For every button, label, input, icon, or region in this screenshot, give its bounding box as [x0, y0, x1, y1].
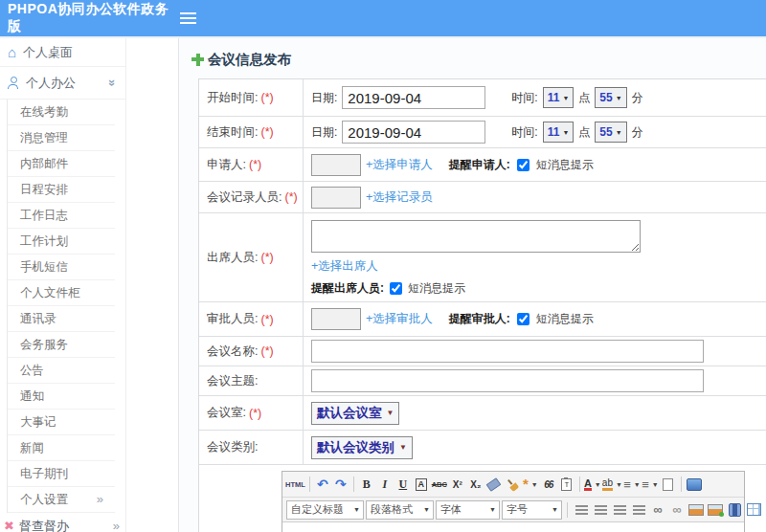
choose-attendees-link[interactable]: +选择出席人	[311, 258, 378, 275]
sidebar-item-announcement[interactable]: 公告	[8, 358, 115, 384]
applicant-input[interactable]	[311, 154, 361, 176]
sidebar-item-news[interactable]: 新闻	[8, 435, 115, 461]
rich-text-editor: HTML ↶ ↷ B I U A ABC X² X₂ *	[282, 471, 745, 532]
align-left-icon[interactable]	[573, 500, 590, 520]
italic-icon[interactable]: I	[376, 475, 394, 494]
choose-applicant-link[interactable]: +选择申请人	[366, 157, 433, 173]
home-icon: ⌂	[8, 45, 16, 59]
start-hour-select[interactable]: 11▼	[543, 87, 574, 108]
editor-toolbar-row2: 自定义标题▼ 段落格式▼ 字体▼ 字号▼ ∞ ∞	[282, 498, 744, 522]
field-label: 会议室:	[207, 405, 246, 421]
link-icon[interactable]: ∞	[649, 500, 666, 520]
table-icon[interactable]	[745, 500, 762, 520]
menu-toggle-icon[interactable]	[180, 12, 196, 24]
time-label: 时间:	[511, 124, 537, 141]
html-source-button[interactable]: HTML	[285, 475, 305, 494]
media-icon[interactable]	[726, 500, 743, 520]
choose-recorder-link[interactable]: +选择记录员	[366, 189, 433, 206]
applicant-sms-checkbox[interactable]	[517, 159, 529, 171]
sms-label: 短消息提示	[536, 311, 594, 327]
sidebar-item-label: 个人设置	[20, 487, 68, 512]
form-row-start-time: 开始时间:(*) 日期: 时间: 11▼ 点 55▼ 分	[199, 79, 766, 117]
sidebar-item-workplan[interactable]: 工作计划	[8, 229, 115, 255]
sidebar-item-attendance[interactable]: 在线考勤	[8, 100, 115, 125]
paragraph-format-select[interactable]: 段落格式▼	[366, 500, 434, 520]
start-date-input[interactable]	[342, 86, 485, 109]
chevron-right-icon: »	[97, 487, 103, 512]
sidebar-item-file-cabinet[interactable]: 个人文件柜	[8, 280, 115, 306]
sidebar-item-ejournal[interactable]: 电子期刊	[8, 461, 115, 487]
new-page-icon[interactable]	[660, 475, 677, 494]
sidebar-item-messages[interactable]: 消息管理	[8, 125, 115, 151]
sidebar-item-label: 督查督办	[19, 518, 69, 532]
sidebar-item-office[interactable]: 个人办公 »	[0, 67, 125, 100]
end-date-input[interactable]	[342, 121, 485, 144]
font-color-icon[interactable]: A▼	[584, 475, 601, 494]
end-minute-select[interactable]: 55▼	[595, 122, 626, 143]
image-icon[interactable]	[687, 500, 705, 520]
sidebar-item-meeting-service[interactable]: 会务服务	[8, 332, 115, 358]
field-label: 结束时间:	[207, 124, 258, 141]
sidebar-item-events[interactable]: 大事记	[8, 410, 115, 435]
form-row-meeting-topic: 会议主题:	[199, 366, 766, 396]
approver-input[interactable]	[311, 308, 361, 330]
sidebar-item-desktop[interactable]: ⌂ 个人桌面	[0, 38, 125, 67]
undo-icon[interactable]: ↶	[314, 475, 331, 494]
recorder-input[interactable]	[311, 187, 361, 209]
underline-icon[interactable]: U	[394, 475, 412, 494]
custom-title-select[interactable]: 自定义标题▼	[286, 500, 364, 520]
strikethrough-icon[interactable]: ABC	[431, 475, 448, 494]
chevron-right-icon: »	[113, 519, 120, 532]
unordered-list-icon[interactable]: ≡▼	[642, 475, 659, 494]
sidebar-item-mail[interactable]: 内部邮件	[8, 151, 115, 177]
start-minute-select[interactable]: 55▼	[595, 87, 626, 108]
choose-approver-link[interactable]: +选择审批人	[366, 311, 433, 327]
redo-icon[interactable]: ↷	[332, 475, 349, 494]
format-brush-icon[interactable]	[504, 475, 521, 494]
attendees-textarea[interactable]	[311, 220, 641, 253]
required-mark: (*)	[260, 251, 273, 264]
font-border-icon[interactable]: A	[413, 475, 430, 494]
sidebar-item-contacts[interactable]: 通讯录	[8, 306, 115, 332]
superscript-icon[interactable]: X²	[449, 475, 466, 494]
ordered-list-icon[interactable]: ≡▼	[623, 475, 641, 494]
toolbar-separator	[353, 477, 354, 492]
editor-content-area[interactable]	[282, 522, 744, 532]
end-hour-select[interactable]: 11▼	[543, 122, 574, 143]
styles-icon[interactable]: *▼	[522, 475, 539, 494]
fullscreen-icon[interactable]	[686, 475, 703, 494]
meeting-room-select[interactable]: 默认会议室▼	[311, 402, 399, 425]
subscript-icon[interactable]: X₂	[467, 475, 484, 494]
meeting-name-input[interactable]	[311, 340, 704, 363]
font-size-select[interactable]: 字号▼	[502, 500, 562, 520]
sidebar-item-schedule[interactable]: 日程安排	[8, 177, 115, 203]
meeting-category-select[interactable]: 默认会议类别▼	[311, 436, 413, 459]
caret-down-icon: ▼	[595, 481, 601, 488]
sidebar-item-supervise[interactable]: ✖ 督查督办 »	[0, 513, 125, 532]
sidebar-item-notice[interactable]: 通知	[8, 384, 115, 410]
blockquote-icon[interactable]: 66	[540, 475, 557, 494]
bold-icon[interactable]: B	[358, 475, 375, 494]
sidebar-item-sms[interactable]: 手机短信	[8, 255, 115, 280]
sidebar-item-worklog[interactable]: 工作日志	[8, 203, 115, 229]
align-center-icon[interactable]	[592, 500, 609, 520]
align-justify-icon[interactable]	[630, 500, 647, 520]
remind-applicant-label: 提醒申请人:	[449, 157, 510, 173]
caret-down-icon: ▼	[562, 129, 569, 136]
font-family-select[interactable]: 字体▼	[436, 500, 500, 520]
attendees-sms-checkbox[interactable]	[390, 282, 402, 295]
approver-sms-checkbox[interactable]	[517, 313, 529, 325]
paste-text-icon[interactable]	[558, 475, 575, 494]
unlink-icon[interactable]: ∞	[668, 500, 686, 520]
eraser-icon[interactable]	[485, 475, 503, 494]
caret-down-icon: ▼	[423, 506, 430, 513]
time-label: 时间:	[511, 90, 537, 106]
meeting-topic-input[interactable]	[311, 369, 704, 392]
align-right-icon[interactable]	[611, 500, 628, 520]
highlight-color-icon[interactable]: ab▼	[602, 475, 622, 494]
field-label: 会议类别:	[207, 439, 258, 455]
meeting-form: 开始时间:(*) 日期: 时间: 11▼ 点 55▼ 分 结束时间:(*) 日期…	[198, 78, 766, 532]
sidebar-item-settings[interactable]: 个人设置 »	[8, 487, 115, 513]
caret-down-icon: ▼	[616, 129, 622, 136]
image-upload-icon[interactable]	[707, 500, 724, 520]
